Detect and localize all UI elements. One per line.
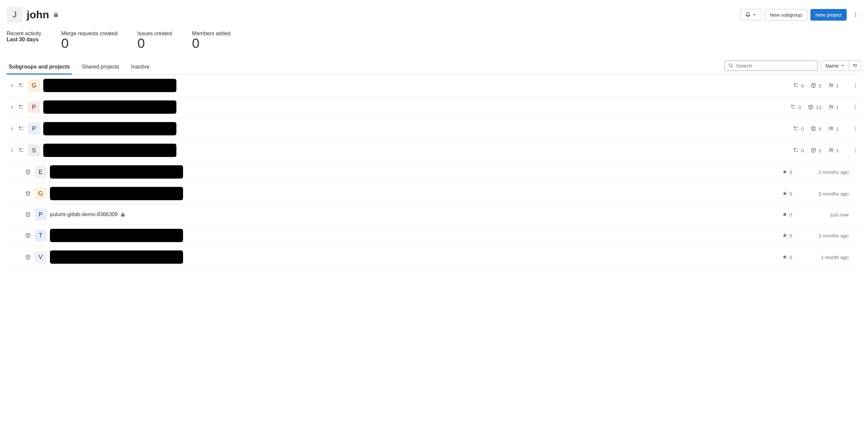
redacted-name xyxy=(43,79,176,92)
new-project-button[interactable]: New project xyxy=(810,9,847,21)
subgroup-row[interactable]: P0131 xyxy=(7,96,861,118)
project-icon xyxy=(25,211,31,218)
svg-point-28 xyxy=(22,129,23,130)
group-title: john xyxy=(27,9,49,21)
tab-shared-projects[interactable]: Shared projects xyxy=(80,59,121,74)
svg-point-35 xyxy=(855,128,856,129)
star-icon xyxy=(782,169,787,174)
project-row[interactable]: Ppulumi-gitlab-demo-83663090just now xyxy=(7,204,861,225)
group-counts: 021 xyxy=(793,83,839,89)
expand-toggle[interactable] xyxy=(9,127,14,131)
project-icon xyxy=(25,169,31,175)
redacted-name xyxy=(50,187,183,200)
search-box[interactable] xyxy=(724,61,818,71)
members-count: 1 xyxy=(828,104,839,110)
row-menu-button[interactable] xyxy=(852,126,859,131)
svg-point-8 xyxy=(797,84,798,85)
search-icon xyxy=(728,63,734,68)
mr-created-label: Merge requests created xyxy=(61,31,118,37)
lock-icon xyxy=(121,212,125,217)
chevron-right-icon xyxy=(10,84,14,88)
projects-count: 5 xyxy=(810,126,821,132)
kebab-icon xyxy=(853,83,858,88)
kebab-icon xyxy=(853,104,858,110)
star-icon xyxy=(782,233,787,238)
bell-icon xyxy=(745,12,750,17)
expand-toggle[interactable] xyxy=(9,105,14,109)
stars-count: 0 xyxy=(782,212,792,218)
svg-point-6 xyxy=(22,86,23,87)
svg-point-1 xyxy=(855,14,856,15)
list-controls: Name xyxy=(724,61,861,73)
new-subgroup-button[interactable]: New subgroup xyxy=(765,9,807,21)
item-avatar: P xyxy=(28,101,40,113)
row-menu-button[interactable] xyxy=(852,104,859,110)
notifications-dropdown[interactable] xyxy=(740,9,762,20)
svg-point-15 xyxy=(19,105,21,106)
svg-point-44 xyxy=(832,149,833,150)
svg-point-13 xyxy=(855,85,856,86)
subgroup-row[interactable]: S031 xyxy=(7,140,861,161)
svg-point-46 xyxy=(855,150,856,151)
chevron-down-icon xyxy=(841,64,845,67)
svg-point-7 xyxy=(794,83,796,85)
svg-point-16 xyxy=(22,105,23,106)
item-name-area: pulumi-gitlab-demo-8366309 xyxy=(50,211,125,218)
project-icon xyxy=(25,191,31,197)
more-actions-button[interactable] xyxy=(850,9,861,20)
stars-count: 0 xyxy=(782,233,792,238)
members-added-value: 0 xyxy=(192,37,230,50)
members-icon xyxy=(828,104,834,110)
search-input[interactable] xyxy=(736,63,814,68)
project-row[interactable]: V01 month ago xyxy=(7,247,861,268)
svg-point-10 xyxy=(829,84,831,85)
redacted-name xyxy=(43,122,176,135)
header-actions: New subgroup New project xyxy=(740,9,861,21)
subgroup-row[interactable]: P051 xyxy=(7,118,861,140)
project-icon xyxy=(25,254,31,260)
item-name-area xyxy=(50,251,183,264)
subgroups-count: 0 xyxy=(793,83,804,89)
svg-point-3 xyxy=(729,64,732,67)
row-menu-button[interactable] xyxy=(852,83,859,88)
project-row[interactable]: T03 months ago xyxy=(7,225,861,247)
item-name[interactable]: pulumi-gitlab-demo-8366309 xyxy=(50,211,118,218)
svg-point-30 xyxy=(797,127,798,128)
updated-at: just now xyxy=(796,212,849,218)
sort-dropdown[interactable]: Name xyxy=(821,61,849,71)
row-menu-button[interactable] xyxy=(852,147,859,153)
chevron-right-icon xyxy=(10,105,14,109)
subgroup-icon xyxy=(18,104,25,110)
chevron-right-icon xyxy=(10,148,14,152)
tab-subgroups-projects[interactable]: Subgroups and projects xyxy=(7,59,72,74)
svg-point-41 xyxy=(797,148,798,149)
svg-point-21 xyxy=(829,105,831,107)
expand-toggle[interactable] xyxy=(9,148,14,152)
kebab-icon xyxy=(853,147,858,153)
svg-point-38 xyxy=(22,148,23,149)
subgroup-icon xyxy=(793,126,799,132)
item-avatar: T xyxy=(35,229,46,241)
tab-inactive[interactable]: Inactive xyxy=(129,59,151,74)
svg-point-36 xyxy=(855,130,856,131)
sort-direction-icon xyxy=(852,63,858,68)
star-icon xyxy=(782,191,787,196)
recent-activity-block: Recent activity Last 30 days xyxy=(7,31,41,50)
project-row[interactable]: E02 months ago xyxy=(7,161,861,183)
svg-point-32 xyxy=(829,127,831,128)
subgroup-icon xyxy=(18,147,25,153)
kebab-icon xyxy=(853,12,858,17)
members-count: 1 xyxy=(828,147,839,153)
updated-at: 3 months ago xyxy=(796,233,849,238)
project-icon xyxy=(810,83,816,89)
members-added-block: Members added 0 xyxy=(192,31,230,50)
project-icon xyxy=(810,126,816,132)
expand-toggle[interactable] xyxy=(9,84,14,88)
project-row[interactable]: G03 months ago xyxy=(7,183,861,204)
sort-direction-button[interactable] xyxy=(849,61,861,71)
subgroup-icon xyxy=(793,83,799,89)
svg-point-25 xyxy=(855,108,856,109)
subgroup-icon xyxy=(790,104,797,110)
recent-activity-label: Recent activity xyxy=(7,31,41,37)
subgroup-row[interactable]: G021 xyxy=(7,75,861,96)
